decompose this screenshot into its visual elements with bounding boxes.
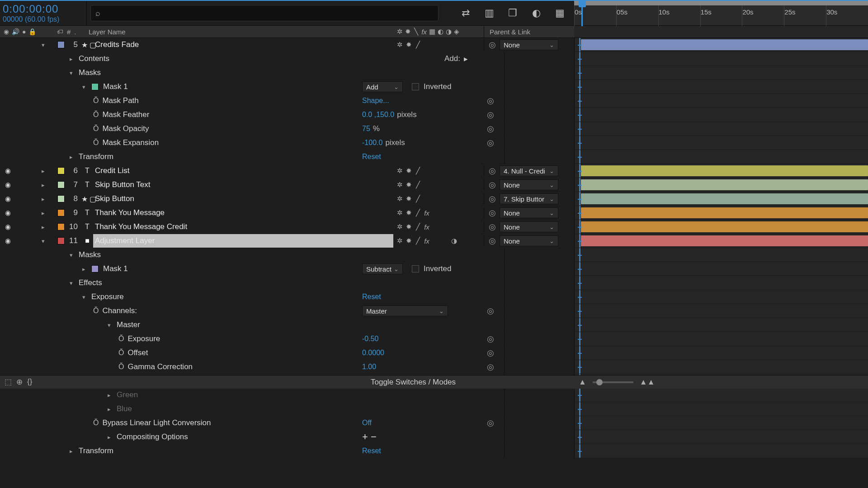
parent-dropdown[interactable]: None⌄ bbox=[500, 179, 558, 190]
timeline-cell[interactable] bbox=[574, 346, 868, 360]
timeline-cell[interactable] bbox=[574, 402, 868, 416]
ruler-tick[interactable]: 20s bbox=[742, 5, 784, 26]
expand-triangle-icon[interactable]: ▸ bbox=[40, 196, 46, 202]
timeline-cell[interactable] bbox=[574, 276, 868, 290]
stopwatch-icon[interactable]: Ŏ bbox=[93, 97, 99, 105]
plus-minus-icon[interactable]: + − bbox=[362, 431, 377, 443]
frame-blend-icon[interactable]: ❐ bbox=[506, 7, 519, 19]
shy-switch[interactable]: ✲ bbox=[396, 209, 403, 217]
label-column-icon[interactable]: 🏷 bbox=[57, 28, 63, 35]
timeline-cell[interactable] bbox=[574, 416, 868, 430]
property-value[interactable]: 0.0000 bbox=[362, 349, 384, 357]
layer-duration-bar[interactable] bbox=[581, 165, 868, 176]
property-row[interactable]: ▸Compositing Options+ − bbox=[0, 430, 868, 444]
layer-name-cell[interactable]: Thank You Message bbox=[93, 206, 393, 220]
quality-switch[interactable]: ╱ bbox=[414, 209, 421, 217]
layer-row[interactable]: ▾5★▢Credits Fade✲✸╱◎None⌄ bbox=[0, 38, 868, 52]
property-row[interactable]: ▸Mask 1Subtract⌄Inverted bbox=[0, 262, 868, 276]
property-pickwhip-icon[interactable]: ◎ bbox=[487, 96, 494, 106]
property-pickwhip-icon[interactable]: ◎ bbox=[487, 418, 494, 428]
inverted-checkbox[interactable] bbox=[412, 83, 419, 90]
property-row[interactable]: ▸ContentsAdd:▸ bbox=[0, 52, 868, 66]
visibility-eye-icon[interactable]: ◉ bbox=[4, 237, 12, 245]
label-color-chip[interactable] bbox=[57, 223, 65, 230]
layer-name-cell[interactable]: Adjustment Layer bbox=[93, 234, 393, 248]
stopwatch-icon[interactable]: Ŏ bbox=[93, 125, 99, 133]
property-row[interactable]: ŎMask PathShape...◎ bbox=[0, 94, 868, 108]
expand-triangle-icon[interactable]: ▾ bbox=[106, 322, 112, 328]
expand-triangle-icon[interactable]: ▾ bbox=[40, 42, 46, 48]
stopwatch-icon[interactable]: Ŏ bbox=[93, 307, 99, 315]
zoom-knob-icon[interactable] bbox=[596, 379, 603, 385]
toggle-modes-icon[interactable]: ⊕ bbox=[16, 377, 23, 387]
expand-triangle-icon[interactable]: ▸ bbox=[68, 56, 74, 62]
property-value[interactable]: Reset bbox=[362, 153, 381, 161]
timeline-cell[interactable] bbox=[574, 52, 868, 66]
current-timecode[interactable]: 0:00:00:00 bbox=[3, 3, 84, 15]
mask-color-chip[interactable] bbox=[91, 265, 99, 272]
mask-mode-dropdown[interactable]: Subtract⌄ bbox=[362, 263, 403, 274]
add-button-icon[interactable]: ▸ bbox=[464, 54, 468, 64]
stopwatch-icon[interactable]: Ŏ bbox=[118, 349, 124, 357]
timeline-cell[interactable] bbox=[574, 262, 868, 276]
lock-column-icon[interactable]: 🔒 bbox=[28, 28, 36, 35]
layer-name-cell[interactable]: Thank You Message Credit bbox=[93, 220, 393, 234]
timeline-cell[interactable] bbox=[574, 318, 868, 332]
expand-triangle-icon[interactable]: ▾ bbox=[68, 70, 74, 76]
timeline-cell[interactable] bbox=[574, 444, 868, 458]
collapse-switch[interactable]: ✸ bbox=[405, 181, 412, 189]
collapse-switch[interactable]: ✸ bbox=[405, 41, 412, 49]
layer-duration-bar[interactable] bbox=[581, 221, 868, 232]
fx-switch[interactable]: fx bbox=[423, 209, 430, 217]
timeline-cell[interactable] bbox=[574, 430, 868, 444]
parent-dropdown[interactable]: None⌄ bbox=[500, 235, 558, 246]
timeline-cell[interactable] bbox=[574, 360, 868, 374]
property-row[interactable]: ŎChannels:Master⌄◎ bbox=[0, 304, 868, 318]
shy-icon[interactable]: ✲ bbox=[396, 28, 403, 36]
pickwhip-icon[interactable]: ◎ bbox=[489, 208, 496, 218]
property-value[interactable]: Reset bbox=[362, 293, 381, 301]
label-color-chip[interactable] bbox=[57, 209, 65, 216]
playhead[interactable] bbox=[579, 1, 586, 26]
playhead-knob-icon[interactable] bbox=[579, 1, 586, 7]
parent-dropdown[interactable]: None⌄ bbox=[500, 39, 558, 50]
parent-dropdown[interactable]: 7. Skip Buttor⌄ bbox=[500, 193, 558, 204]
stopwatch-icon[interactable]: Ŏ bbox=[93, 139, 99, 147]
shy-switch[interactable]: ✲ bbox=[396, 181, 403, 189]
index-column[interactable]: # bbox=[67, 28, 71, 36]
layer-duration-bar[interactable] bbox=[581, 235, 868, 246]
collapse-switch[interactable]: ✸ bbox=[405, 209, 412, 217]
quality-switch[interactable]: ╱ bbox=[414, 237, 421, 245]
work-area-bar[interactable] bbox=[574, 1, 868, 5]
property-row[interactable]: ŎBypass Linear Light ConversionOff◎ bbox=[0, 416, 868, 430]
layer-duration-bar[interactable] bbox=[581, 193, 868, 204]
property-pickwhip-icon[interactable]: ◎ bbox=[487, 306, 494, 316]
shy-switch[interactable]: ✲ bbox=[396, 237, 403, 245]
shy-switch[interactable]: ✲ bbox=[396, 167, 403, 175]
zoom-slider[interactable] bbox=[593, 381, 633, 383]
property-value[interactable]: -0.50 bbox=[362, 335, 378, 343]
visibility-eye-icon[interactable]: ◉ bbox=[4, 223, 12, 231]
layer-name-header[interactable]: Layer Name bbox=[86, 26, 393, 38]
timeline-cell[interactable] bbox=[574, 164, 868, 178]
timeline-cell[interactable] bbox=[574, 38, 868, 52]
zoom-out-mountain-icon[interactable]: ▲ bbox=[579, 378, 586, 387]
parent-dropdown[interactable]: 4. Null - Credi⌄ bbox=[500, 165, 558, 176]
solo-column-icon[interactable]: ● bbox=[22, 28, 26, 35]
motion-blur-icon[interactable]: ◐ bbox=[530, 7, 542, 19]
property-row[interactable]: ▾Mask 1Add⌄Inverted bbox=[0, 80, 868, 94]
visibility-eye-icon[interactable]: ◉ bbox=[4, 209, 12, 217]
shy-switch[interactable]: ✲ bbox=[396, 223, 403, 231]
parent-dropdown[interactable]: None⌄ bbox=[500, 207, 558, 218]
property-row[interactable]: ŎGamma Correction1.00◎ bbox=[0, 360, 868, 374]
property-value[interactable]: -100.0 bbox=[362, 139, 382, 147]
quality-switch[interactable]: ╱ bbox=[414, 223, 421, 231]
timeline-cell[interactable] bbox=[574, 206, 868, 220]
stopwatch-icon[interactable]: Ŏ bbox=[93, 419, 99, 427]
property-dropdown[interactable]: Master⌄ bbox=[362, 305, 448, 316]
expand-triangle-icon[interactable]: ▾ bbox=[68, 280, 74, 286]
stopwatch-icon[interactable]: Ŏ bbox=[118, 363, 124, 371]
toggle-switches-icon[interactable]: ⬚ bbox=[5, 377, 12, 387]
property-row[interactable]: ŎOffset0.0000◎ bbox=[0, 346, 868, 360]
pickwhip-icon[interactable]: ◎ bbox=[489, 40, 496, 50]
